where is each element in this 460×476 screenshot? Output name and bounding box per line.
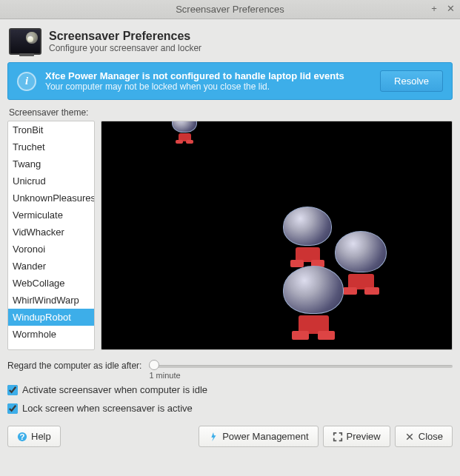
theme-item[interactable]: Unicrud xyxy=(8,172,94,190)
theme-item[interactable]: TronBit xyxy=(8,121,94,138)
window-titlebar: Screensaver Preferences + ✕ xyxy=(0,0,460,19)
help-icon: ? xyxy=(17,432,27,442)
idle-slider[interactable]: 1 minute xyxy=(149,363,453,368)
page-header: Screensaver Preferences Configure your s… xyxy=(7,25,453,62)
theme-item[interactable]: Wormhole xyxy=(8,326,94,343)
close-button[interactable]: Close xyxy=(395,426,453,447)
lock-checkbox-label: Lock screen when screensaver is active xyxy=(22,403,193,414)
help-button-label: Help xyxy=(31,431,51,442)
alert-subtitle: Your computer may not be locked when you… xyxy=(45,81,371,92)
screensaver-preview xyxy=(101,121,453,350)
theme-section-label: Screensaver theme: xyxy=(9,107,453,118)
theme-item[interactable]: Vermiculate xyxy=(8,207,94,224)
activate-checkbox-label: Activate screensaver when computer is id… xyxy=(22,384,207,395)
theme-item[interactable]: Voronoi xyxy=(8,241,94,258)
window-minimize-button[interactable]: + xyxy=(429,3,439,13)
theme-item[interactable]: VidWhacker xyxy=(8,224,94,241)
power-button-label: Power Management xyxy=(222,431,308,442)
lock-screen-checkbox[interactable]: Lock screen when screensaver is active xyxy=(7,403,453,414)
fullscreen-icon xyxy=(333,432,343,442)
window-close-button[interactable]: ✕ xyxy=(445,3,456,13)
lock-checkbox-input[interactable] xyxy=(7,403,18,414)
preview-button[interactable]: Preview xyxy=(323,426,390,447)
preview-button-label: Preview xyxy=(347,431,381,442)
page-title: Screensaver Preferences xyxy=(49,30,201,43)
theme-item[interactable]: WhirlWindWarp xyxy=(8,292,94,309)
theme-item[interactable]: Truchet xyxy=(8,138,94,155)
alert-title: Xfce Power Manager is not configured to … xyxy=(45,70,371,81)
theme-item[interactable]: Twang xyxy=(8,155,94,172)
power-icon xyxy=(208,432,219,442)
slider-thumb[interactable] xyxy=(149,360,159,370)
theme-item[interactable]: Wander xyxy=(8,258,94,275)
idle-value: 1 minute xyxy=(149,371,180,380)
theme-item[interactable]: UnknownPleasures xyxy=(8,190,94,207)
window-title: Screensaver Preferences xyxy=(176,4,284,15)
theme-item[interactable]: WebCollage xyxy=(8,275,94,292)
power-warning-alert: i Xfce Power Manager is not configured t… xyxy=(7,62,453,100)
theme-list[interactable]: TronBitTruchetTwangUnicrudUnknownPleasur… xyxy=(7,121,95,350)
close-button-label: Close xyxy=(419,431,443,442)
activate-checkbox-input[interactable] xyxy=(7,385,18,395)
theme-item[interactable]: WindupRobot xyxy=(8,309,94,326)
power-management-button[interactable]: Power Management xyxy=(199,426,318,447)
page-subtitle: Configure your screensaver and locker xyxy=(49,43,201,53)
idle-label: Regard the computer as idle after: xyxy=(7,361,141,371)
svg-text:?: ? xyxy=(20,432,25,440)
close-icon xyxy=(404,432,415,442)
screensaver-icon xyxy=(9,28,41,55)
help-button[interactable]: ? Help xyxy=(7,426,61,447)
resolve-button[interactable]: Resolve xyxy=(380,70,443,92)
info-icon: i xyxy=(17,72,36,91)
activate-screensaver-checkbox[interactable]: Activate screensaver when computer is id… xyxy=(7,384,453,395)
